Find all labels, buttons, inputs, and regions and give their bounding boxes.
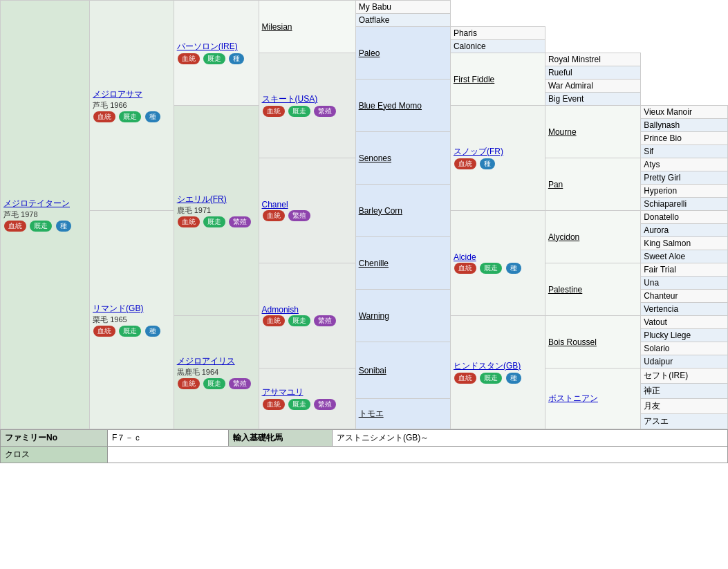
gen5-r19: King Salmon (641, 237, 728, 250)
badge-blood: 血統 (454, 158, 476, 169)
gen3-horse3-link[interactable]: スノッブ(FR) (454, 147, 503, 156)
badge-blood: 血統 (263, 106, 285, 117)
gen4-horse6-link[interactable]: Senones (359, 153, 391, 163)
import-value: アストニシメント(GB)～ (333, 430, 728, 447)
gen4-horse8: Barley Corn (355, 185, 450, 237)
badge-blood: 血統 (93, 326, 115, 337)
gen5-r12: Sif (641, 145, 728, 158)
gen3-horse4: Chanel 血統 繁殖 (259, 158, 355, 263)
gen4-horse7-link[interactable]: Pan (548, 180, 563, 189)
gen1-horse1-link[interactable]: メジロテイターン (3, 198, 70, 208)
gen4-horse12: Warning (355, 290, 450, 342)
badge-blood: 血統 (454, 373, 476, 384)
badge-blood: 血統 (178, 53, 200, 64)
import-label: 輸入基礎牝馬 (229, 430, 333, 447)
gen5-r16: Schiaparelli (641, 198, 728, 211)
badge-breed: 繁殖 (229, 216, 251, 227)
badge-race: 厩走 (288, 399, 310, 410)
gen4-horse5: Mourne (545, 106, 640, 158)
badge-blood: 血統 (454, 263, 476, 274)
gen4-horse12-link[interactable]: Warning (359, 311, 389, 321)
gen5-r6: Rueful (545, 66, 640, 80)
gen2-horse3: リマンド(GB) 栗毛 1965 血統 厩走 種 (90, 211, 174, 429)
badge-blood: 血統 (263, 315, 285, 326)
gen2-horse1: メジロアサマ 芦毛 1966 血統 厩走 種 (90, 1, 174, 211)
badge-blood: 血統 (263, 210, 285, 221)
gen3-horse5-link[interactable]: Alcide (454, 252, 476, 262)
badge-race: 厩走 (203, 378, 225, 389)
gen4-horse6: Senones (355, 132, 450, 185)
gen4-horse3-link[interactable]: First Fiddle (454, 75, 494, 84)
gen2-horse3-link[interactable]: リマンド(GB) (93, 304, 143, 313)
gen5-r21: Fair Trial (641, 263, 728, 277)
gen5-r27: Solario (641, 342, 728, 355)
gen3-horse1-link[interactable]: パーソロン(IRE) (177, 41, 238, 51)
gen3-horse3: スノッブ(FR) 血統 種 (450, 106, 545, 211)
gen4-horse8-link[interactable]: Barley Corn (359, 206, 402, 216)
gen4-horse14-link[interactable]: Sonibai (359, 366, 386, 375)
gen5-r24: Vertencia (641, 303, 728, 316)
gen4-horse14: Sonibai (355, 342, 450, 399)
gen4-horse15-link[interactable]: ボストニアン (548, 393, 598, 403)
badge-breed: 繁殖 (314, 399, 336, 410)
cross-value (108, 447, 728, 463)
badge-blood: 血統 (4, 221, 26, 232)
badge-sire: 種 (56, 221, 71, 232)
gen3-horse6-link[interactable]: Admonish (262, 305, 299, 315)
family-no-label: ファミリーNo (1, 430, 108, 447)
gen5-r18: Aurora (641, 224, 728, 237)
gen2-horse2-link[interactable]: シエリル(FR) (177, 194, 227, 204)
gen4-horse16-link[interactable]: トモエ (359, 409, 384, 418)
gen5-r32: アスエ (641, 414, 728, 429)
gen3-horse6: Admonish 血統 厩走 繁殖 (259, 263, 355, 369)
gen3-horse4-link[interactable]: Chanel (262, 200, 288, 209)
gen4-horse13-link[interactable]: Bois Roussel (548, 337, 597, 347)
badge-blood: 血統 (263, 399, 285, 410)
gen4-horse11: Palestine (545, 263, 640, 316)
gen2-horse4: メジロアイリス 黒鹿毛 1964 血統 厩走 繁殖 (174, 316, 259, 429)
gen5-r7: War Admiral (545, 80, 640, 93)
gen4-horse11-link[interactable]: Palestine (548, 285, 582, 295)
gen4-horse3: First Fiddle (450, 53, 545, 106)
gen3-horse2: スキート(USA) 血統 厩走 繁殖 (259, 53, 355, 158)
badge-race: 厩走 (480, 373, 502, 384)
badge-sire: 種 (506, 373, 521, 384)
gen4-horse13: Bois Roussel (545, 316, 640, 369)
gen5-r23: Chanteur (641, 290, 728, 303)
badge-blood: 血統 (178, 216, 200, 227)
badge-race: 厩走 (119, 111, 141, 122)
gen3-horse7: ヒンドスタン(GB) 血統 厩走 種 (450, 316, 545, 429)
badge-sire: 種 (480, 158, 495, 169)
badge-blood: 血統 (93, 111, 115, 122)
gen5-r13: Atys (641, 158, 728, 171)
gen4-horse10-link[interactable]: Chenille (359, 259, 389, 268)
gen5-r29: セフト(IRE) (641, 369, 728, 384)
gen4-horse1: Milesian (259, 1, 355, 53)
gen4-horse2-link[interactable]: Paleo (359, 48, 380, 58)
gen3-horse7-link[interactable]: ヒンドスタン(GB) (454, 361, 521, 371)
gen5-r9: Vieux Manoir (641, 106, 728, 119)
gen1-horse1: メジロテイターン 芦毛 1978 血統 厩走 種 (1, 1, 90, 429)
gen4-horse9-link[interactable]: Alycidon (548, 232, 579, 242)
gen4-horse5-link[interactable]: Mourne (548, 127, 577, 137)
gen3-horse5: Alcide 血統 厩走 種 (450, 211, 545, 316)
gen5-r1: My Babu (355, 1, 450, 14)
badge-breed: 繁殖 (314, 106, 336, 117)
gen5-r25: Vatout (641, 316, 728, 329)
gen5-r2: Oatflake (355, 14, 450, 27)
badge-race: 厩走 (288, 106, 310, 117)
gen3-horse2-link[interactable]: スキート(USA) (262, 94, 318, 104)
gen2-horse1-link[interactable]: メジロアサマ (93, 89, 142, 99)
gen5-r10: Ballynash (641, 119, 728, 132)
gen4-horse2: Paleo (355, 27, 450, 80)
gen4-horse4-link[interactable]: Blue Eyed Momo (359, 101, 422, 111)
gen3-horse1: パーソロン(IRE) 血統 厩走 種 (174, 1, 259, 106)
gen3-horse8-link[interactable]: アサマユリ (262, 387, 304, 397)
badge-breed: 繁殖 (314, 315, 336, 326)
gen4-horse1-link[interactable]: Milesian (262, 22, 292, 32)
gen5-r3: Pharis (450, 27, 545, 40)
gen5-r26: Plucky Liege (641, 329, 728, 342)
gen5-r30: 神正 (641, 384, 728, 399)
gen2-horse4-link[interactable]: メジロアイリス (177, 356, 235, 366)
gen5-r8: Big Event (545, 93, 640, 106)
